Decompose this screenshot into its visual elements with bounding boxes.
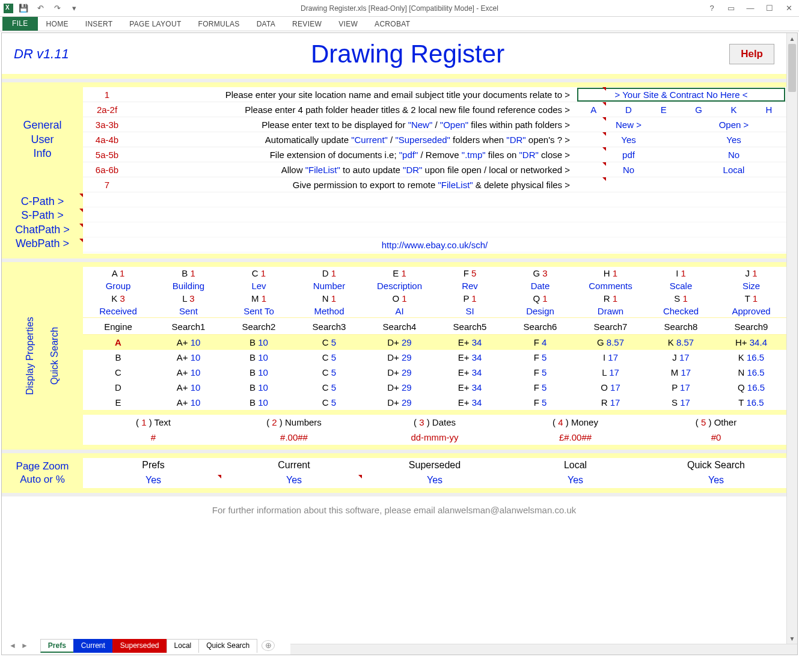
c-path-link[interactable]: C-Path >: [21, 195, 64, 209]
column-letter[interactable]: J 1: [716, 267, 786, 279]
column-letter[interactable]: T 1: [716, 292, 786, 305]
zoom-value[interactable]: Yes: [224, 475, 364, 486]
engine-cell[interactable]: D+ 29: [364, 352, 435, 362]
engine-cell[interactable]: G 8.57: [575, 337, 646, 347]
engine-key[interactable]: E: [83, 397, 153, 408]
column-name[interactable]: Date: [505, 279, 575, 292]
header-letter-cell[interactable]: H: [752, 105, 786, 115]
column-letter[interactable]: D 1: [294, 267, 364, 279]
header-letter-cell[interactable]: E: [646, 105, 681, 115]
setting-value-cell[interactable]: pdf: [576, 150, 681, 160]
engine-cell[interactable]: A+ 10: [153, 397, 224, 408]
column-name[interactable]: Drawn: [575, 305, 646, 317]
column-name[interactable]: Number: [294, 279, 364, 292]
save-icon[interactable]: 💾: [17, 2, 30, 15]
engine-cell[interactable]: R 17: [575, 397, 646, 408]
add-sheet-icon[interactable]: ⊕: [262, 640, 275, 651]
web-path-link[interactable]: WebPath >: [16, 237, 69, 251]
engine-key[interactable]: B: [83, 352, 153, 362]
redo-icon[interactable]: ↷: [51, 2, 64, 15]
setting-value-cell[interactable]: Local: [681, 165, 786, 175]
column-name[interactable]: Description: [364, 279, 435, 292]
ribbon-tab-view[interactable]: VIEW: [330, 17, 366, 31]
column-letter[interactable]: A 1: [83, 267, 153, 279]
engine-cell[interactable]: H+ 34.4: [716, 337, 786, 347]
column-letter[interactable]: Q 1: [505, 292, 575, 305]
web-path-value[interactable]: http://www.ebay.co.uk/sch/: [83, 237, 786, 252]
header-letter-cell[interactable]: A: [576, 105, 611, 115]
setting-value-cell[interactable]: Open >: [681, 120, 786, 130]
engine-cell[interactable]: S 17: [646, 397, 716, 408]
engine-key[interactable]: C: [83, 367, 153, 377]
engine-cell[interactable]: E+ 34: [435, 337, 505, 347]
engine-cell[interactable]: C 5: [294, 397, 364, 408]
engine-cell[interactable]: P 17: [646, 382, 716, 393]
column-name[interactable]: Sent: [153, 305, 224, 317]
engine-cell[interactable]: N 16.5: [716, 367, 786, 377]
chat-path-link[interactable]: ChatPath >: [15, 223, 70, 237]
engine-cell[interactable]: J 17: [646, 352, 716, 362]
scroll-up-icon[interactable]: ▲: [787, 33, 797, 44]
s-path-value[interactable]: [83, 207, 786, 222]
ribbon-tab-data[interactable]: DATA: [248, 17, 284, 31]
engine-cell[interactable]: Q 16.5: [716, 382, 786, 393]
column-name[interactable]: Design: [505, 305, 575, 317]
setting-value-cell[interactable]: Yes: [576, 135, 681, 145]
engine-cell[interactable]: A+ 10: [153, 337, 224, 347]
column-name[interactable]: Scale: [646, 279, 716, 292]
header-letter-cell[interactable]: D: [611, 105, 646, 115]
column-name[interactable]: Approved: [716, 305, 786, 317]
qat-customize-icon[interactable]: ▾: [67, 2, 81, 15]
column-name[interactable]: Size: [716, 279, 786, 292]
ribbon-tab-acrobat[interactable]: ACROBAT: [366, 17, 418, 31]
header-letter-cell[interactable]: G: [681, 105, 716, 115]
column-letter[interactable]: P 1: [435, 292, 505, 305]
zoom-value[interactable]: Yes: [83, 475, 224, 486]
ribbon-tab-page-layout[interactable]: PAGE LAYOUT: [121, 17, 189, 31]
sheet-tab-local[interactable]: Local: [167, 639, 200, 653]
column-name[interactable]: Group: [83, 279, 153, 292]
sheet-tab-superseded[interactable]: Superseded: [112, 639, 167, 653]
format-value[interactable]: £#.00##: [505, 432, 646, 442]
scroll-down-icon[interactable]: ▼: [787, 633, 797, 644]
ribbon-tab-insert[interactable]: INSERT: [77, 17, 121, 31]
engine-key[interactable]: D: [83, 382, 153, 393]
engine-cell[interactable]: A+ 10: [153, 352, 224, 362]
column-name[interactable]: Sent To: [224, 305, 294, 317]
engine-cell[interactable]: E+ 34: [435, 397, 505, 408]
engine-cell[interactable]: C 5: [294, 352, 364, 362]
column-letter[interactable]: C 1: [224, 267, 294, 279]
zoom-value[interactable]: Yes: [505, 475, 646, 486]
engine-cell[interactable]: C 5: [294, 382, 364, 393]
horizontal-scrollbar[interactable]: [290, 644, 797, 655]
engine-cell[interactable]: I 17: [575, 352, 646, 362]
engine-cell[interactable]: B 10: [224, 382, 294, 393]
engine-cell[interactable]: D+ 29: [364, 382, 435, 393]
ribbon-tab-home[interactable]: HOME: [38, 17, 77, 31]
engine-cell[interactable]: F 5: [505, 397, 575, 408]
scroll-thumb[interactable]: [788, 44, 796, 92]
column-letter[interactable]: O 1: [364, 292, 435, 305]
engine-cell[interactable]: A+ 10: [153, 367, 224, 377]
zoom-value[interactable]: Yes: [364, 475, 505, 486]
engine-cell[interactable]: B 10: [224, 352, 294, 362]
engine-cell[interactable]: A+ 10: [153, 382, 224, 393]
chat-path-value[interactable]: [83, 222, 786, 237]
sheet-tab-quick-search[interactable]: Quick Search: [198, 639, 257, 653]
sheet-tab-prefs[interactable]: Prefs: [40, 639, 74, 653]
column-letter[interactable]: F 5: [435, 267, 505, 279]
vertical-scrollbar[interactable]: ▲ ▼: [786, 33, 797, 644]
undo-icon[interactable]: ↶: [34, 2, 47, 15]
engine-cell[interactable]: E+ 34: [435, 382, 505, 393]
setting-value-cell[interactable]: Yes: [681, 135, 786, 145]
engine-cell[interactable]: C 5: [294, 337, 364, 347]
column-name[interactable]: Lev: [224, 279, 294, 292]
engine-cell[interactable]: T 16.5: [716, 397, 786, 408]
help-button[interactable]: Help: [729, 44, 774, 64]
column-letter[interactable]: S 1: [646, 292, 716, 305]
engine-cell[interactable]: D+ 29: [364, 337, 435, 347]
site-contract-cell[interactable]: > Your Site & Contract No Here <: [577, 88, 785, 102]
column-name[interactable]: Building: [153, 279, 224, 292]
ribbon-tab-formulas[interactable]: FORMULAS: [190, 17, 248, 31]
engine-cell[interactable]: B 10: [224, 397, 294, 408]
